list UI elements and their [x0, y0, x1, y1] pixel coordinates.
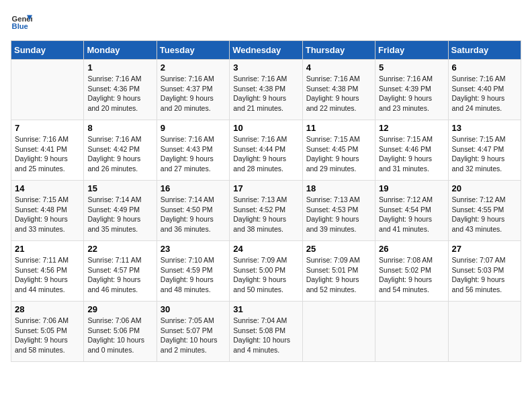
day-number: 3	[233, 62, 298, 73]
day-info: Sunrise: 7:14 AM Sunset: 4:50 PM Dayligh…	[161, 195, 226, 234]
calendar-cell: 11Sunrise: 7:15 AM Sunset: 4:45 PM Dayli…	[302, 120, 375, 181]
day-number: 14	[15, 183, 80, 193]
calendar-cell: 27Sunrise: 7:07 AM Sunset: 5:03 PM Dayli…	[448, 241, 521, 302]
page-header: General Blue	[11, 11, 521, 32]
calendar-cell: 9Sunrise: 7:16 AM Sunset: 4:43 PM Daylig…	[157, 120, 229, 181]
calendar-cell: 23Sunrise: 7:10 AM Sunset: 4:59 PM Dayli…	[157, 241, 229, 302]
day-info: Sunrise: 7:13 AM Sunset: 4:52 PM Dayligh…	[233, 195, 298, 234]
calendar-cell: 14Sunrise: 7:15 AM Sunset: 4:48 PM Dayli…	[11, 181, 84, 241]
day-number: 25	[306, 244, 371, 254]
day-number: 31	[233, 304, 298, 314]
day-number: 15	[87, 183, 152, 193]
day-info: Sunrise: 7:09 AM Sunset: 5:01 PM Dayligh…	[306, 255, 371, 295]
calendar-cell: 29Sunrise: 7:06 AM Sunset: 5:06 PM Dayli…	[84, 302, 157, 362]
day-info: Sunrise: 7:08 AM Sunset: 5:02 PM Dayligh…	[379, 255, 444, 295]
day-number: 6	[452, 62, 517, 73]
calendar-cell: 6Sunrise: 7:16 AM Sunset: 4:40 PM Daylig…	[448, 60, 521, 120]
day-number: 20	[452, 183, 517, 193]
column-header-monday: Monday	[84, 41, 157, 60]
calendar-cell: 15Sunrise: 7:14 AM Sunset: 4:49 PM Dayli…	[84, 181, 157, 241]
calendar-cell: 21Sunrise: 7:11 AM Sunset: 4:56 PM Dayli…	[11, 241, 84, 302]
day-info: Sunrise: 7:06 AM Sunset: 5:06 PM Dayligh…	[87, 316, 152, 355]
day-info: Sunrise: 7:16 AM Sunset: 4:37 PM Dayligh…	[161, 74, 226, 113]
calendar-cell: 12Sunrise: 7:15 AM Sunset: 4:46 PM Dayli…	[375, 120, 448, 181]
calendar-cell: 18Sunrise: 7:13 AM Sunset: 4:53 PM Dayli…	[302, 181, 375, 241]
calendar-cell	[11, 60, 84, 120]
day-info: Sunrise: 7:16 AM Sunset: 4:43 PM Dayligh…	[161, 134, 226, 174]
day-info: Sunrise: 7:16 AM Sunset: 4:41 PM Dayligh…	[15, 134, 80, 174]
day-number: 23	[161, 244, 226, 254]
logo-icon: General Blue	[11, 11, 32, 32]
column-header-tuesday: Tuesday	[157, 41, 229, 60]
calendar-cell: 19Sunrise: 7:12 AM Sunset: 4:54 PM Dayli…	[375, 181, 448, 241]
day-number: 27	[452, 244, 517, 254]
day-info: Sunrise: 7:16 AM Sunset: 4:36 PM Dayligh…	[87, 74, 152, 113]
day-info: Sunrise: 7:04 AM Sunset: 5:08 PM Dayligh…	[233, 316, 298, 355]
calendar-week-row: 14Sunrise: 7:15 AM Sunset: 4:48 PM Dayli…	[11, 181, 521, 241]
day-info: Sunrise: 7:16 AM Sunset: 4:40 PM Dayligh…	[452, 74, 517, 113]
column-header-friday: Friday	[375, 41, 448, 60]
calendar-cell: 8Sunrise: 7:16 AM Sunset: 4:42 PM Daylig…	[84, 120, 157, 181]
day-number: 21	[15, 244, 80, 254]
calendar-cell: 1Sunrise: 7:16 AM Sunset: 4:36 PM Daylig…	[84, 60, 157, 120]
day-number: 8	[87, 123, 152, 133]
calendar-cell: 5Sunrise: 7:16 AM Sunset: 4:39 PM Daylig…	[375, 60, 448, 120]
day-number: 18	[306, 183, 371, 193]
day-number: 2	[161, 62, 226, 73]
day-info: Sunrise: 7:14 AM Sunset: 4:49 PM Dayligh…	[87, 195, 152, 234]
calendar-cell	[302, 302, 375, 362]
calendar-cell: 30Sunrise: 7:05 AM Sunset: 5:07 PM Dayli…	[157, 302, 229, 362]
calendar-cell: 22Sunrise: 7:11 AM Sunset: 4:57 PM Dayli…	[84, 241, 157, 302]
calendar-cell: 4Sunrise: 7:16 AM Sunset: 4:38 PM Daylig…	[302, 60, 375, 120]
day-number: 22	[87, 244, 152, 254]
day-number: 10	[233, 123, 298, 133]
day-number: 5	[379, 62, 444, 73]
column-header-thursday: Thursday	[302, 41, 375, 60]
calendar-cell	[375, 302, 448, 362]
day-number: 28	[15, 304, 80, 314]
svg-text:Blue: Blue	[12, 22, 28, 30]
day-number: 4	[306, 62, 371, 73]
day-info: Sunrise: 7:16 AM Sunset: 4:38 PM Dayligh…	[233, 74, 298, 113]
calendar-week-row: 28Sunrise: 7:06 AM Sunset: 5:05 PM Dayli…	[11, 302, 521, 362]
day-info: Sunrise: 7:15 AM Sunset: 4:45 PM Dayligh…	[306, 134, 371, 174]
calendar-cell: 17Sunrise: 7:13 AM Sunset: 4:52 PM Dayli…	[230, 181, 302, 241]
calendar-week-row: 1Sunrise: 7:16 AM Sunset: 4:36 PM Daylig…	[11, 60, 521, 120]
day-info: Sunrise: 7:11 AM Sunset: 4:57 PM Dayligh…	[87, 255, 152, 295]
calendar-cell: 7Sunrise: 7:16 AM Sunset: 4:41 PM Daylig…	[11, 120, 84, 181]
calendar-cell: 16Sunrise: 7:14 AM Sunset: 4:50 PM Dayli…	[157, 181, 229, 241]
day-number: 9	[161, 123, 226, 133]
day-info: Sunrise: 7:10 AM Sunset: 4:59 PM Dayligh…	[161, 255, 226, 295]
column-header-wednesday: Wednesday	[230, 41, 302, 60]
day-number: 11	[306, 123, 371, 133]
logo: General Blue	[11, 11, 35, 32]
day-number: 29	[87, 304, 152, 314]
day-number: 12	[379, 123, 444, 133]
calendar-cell: 28Sunrise: 7:06 AM Sunset: 5:05 PM Dayli…	[11, 302, 84, 362]
day-info: Sunrise: 7:12 AM Sunset: 4:55 PM Dayligh…	[452, 195, 517, 234]
day-number: 1	[87, 62, 152, 73]
calendar-table: SundayMondayTuesdayWednesdayThursdayFrid…	[11, 40, 521, 362]
column-header-saturday: Saturday	[448, 41, 521, 60]
day-info: Sunrise: 7:15 AM Sunset: 4:48 PM Dayligh…	[15, 195, 80, 234]
day-number: 26	[379, 244, 444, 254]
day-number: 7	[15, 123, 80, 133]
day-number: 17	[233, 183, 298, 193]
day-info: Sunrise: 7:11 AM Sunset: 4:56 PM Dayligh…	[15, 255, 80, 295]
calendar-week-row: 7Sunrise: 7:16 AM Sunset: 4:41 PM Daylig…	[11, 120, 521, 181]
calendar-cell: 20Sunrise: 7:12 AM Sunset: 4:55 PM Dayli…	[448, 181, 521, 241]
day-number: 24	[233, 244, 298, 254]
calendar-cell: 13Sunrise: 7:15 AM Sunset: 4:47 PM Dayli…	[448, 120, 521, 181]
day-info: Sunrise: 7:15 AM Sunset: 4:47 PM Dayligh…	[452, 134, 517, 174]
day-info: Sunrise: 7:16 AM Sunset: 4:39 PM Dayligh…	[379, 74, 444, 113]
calendar-week-row: 21Sunrise: 7:11 AM Sunset: 4:56 PM Dayli…	[11, 241, 521, 302]
day-info: Sunrise: 7:16 AM Sunset: 4:44 PM Dayligh…	[233, 134, 298, 174]
day-info: Sunrise: 7:16 AM Sunset: 4:42 PM Dayligh…	[87, 134, 152, 174]
calendar-cell	[448, 302, 521, 362]
calendar-cell: 25Sunrise: 7:09 AM Sunset: 5:01 PM Dayli…	[302, 241, 375, 302]
calendar-cell: 10Sunrise: 7:16 AM Sunset: 4:44 PM Dayli…	[230, 120, 302, 181]
day-info: Sunrise: 7:13 AM Sunset: 4:53 PM Dayligh…	[306, 195, 371, 234]
day-info: Sunrise: 7:06 AM Sunset: 5:05 PM Dayligh…	[15, 316, 80, 355]
calendar-cell: 26Sunrise: 7:08 AM Sunset: 5:02 PM Dayli…	[375, 241, 448, 302]
calendar-cell: 2Sunrise: 7:16 AM Sunset: 4:37 PM Daylig…	[157, 60, 229, 120]
